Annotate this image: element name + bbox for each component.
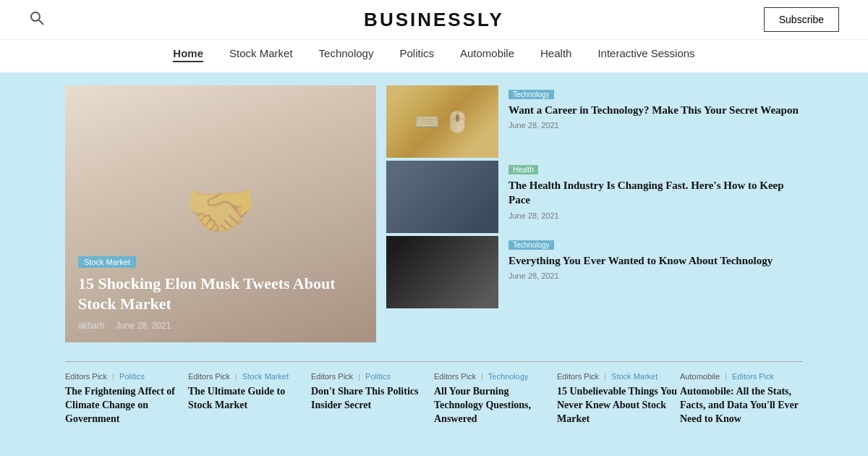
bottom-card-label2-0: Politics <box>119 372 145 381</box>
bottom-card-meta-0: Editors Pick | Politics <box>65 372 188 381</box>
nav-item-stock-market[interactable]: Stock Market <box>229 47 293 62</box>
svg-line-1 <box>39 20 43 25</box>
hero-date: June 28, 2021 <box>116 321 171 331</box>
bottom-card-label2-1: Stock Market <box>242 372 289 381</box>
bottom-card-3[interactable]: Editors Pick | Technology All Your Burni… <box>434 372 557 426</box>
bottom-card-title-3: All Your Burning Technology Questions, A… <box>434 385 557 426</box>
nav-item-politics[interactable]: Politics <box>399 47 434 62</box>
bottom-card-label1-0: Editors Pick <box>65 372 107 381</box>
hero-tag: Stock Market <box>78 256 136 268</box>
side-card-image-2 <box>386 236 498 308</box>
side-card-date-1: June 28, 2021 <box>509 211 803 220</box>
bottom-card-title-0: The Frightening Affect of Climate Change… <box>65 385 188 426</box>
bottom-row: Editors Pick | Politics The Frightening … <box>0 372 868 441</box>
bottom-card-label1-1: Editors Pick <box>188 372 230 381</box>
bottom-card-title-1: The Ultimate Guide to Stock Market <box>188 385 311 413</box>
bottom-card-meta-1: Editors Pick | Stock Market <box>188 372 311 381</box>
bottom-card-meta-3: Editors Pick | Technology <box>434 372 557 381</box>
section-divider <box>65 361 803 362</box>
side-card-image-1 <box>386 161 498 233</box>
bottom-card-label2-2: Politics <box>365 372 391 381</box>
bottom-card-label2-3: Technology <box>488 372 529 381</box>
bottom-card-0[interactable]: Editors Pick | Politics The Frightening … <box>65 372 188 426</box>
side-card-tag-2: Technology <box>509 240 554 250</box>
nav-item-interactive-sessions[interactable]: Interactive Sessions <box>597 47 694 62</box>
side-card-tag-0: Technology <box>509 90 554 99</box>
side-card-tag-1: Health <box>509 165 538 174</box>
header: BUSINESSLY Subscribe <box>0 0 868 39</box>
search-icon[interactable] <box>29 10 45 30</box>
hero-card[interactable]: Stock Market 15 Shocking Elon Musk Tweet… <box>65 85 376 342</box>
bottom-card-2[interactable]: Editors Pick | Politics Don't Share This… <box>311 372 434 426</box>
nav-item-health[interactable]: Health <box>540 47 571 62</box>
side-card-1[interactable]: Health The Health Industry Is Changing F… <box>386 161 803 233</box>
side-card-body-1: Health The Health Industry Is Changing F… <box>509 161 803 220</box>
bottom-card-label1-4: Editors Pick <box>557 372 599 381</box>
bottom-card-title-2: Don't Share This Politics Insider Secret <box>311 385 434 413</box>
bottom-card-label1-3: Editors Pick <box>434 372 476 381</box>
bottom-card-meta-5: Automobile | Editors Pick <box>680 372 803 381</box>
bottom-card-label1-5: Automobile <box>680 372 720 381</box>
bottom-card-label2-4: Stock Market <box>611 372 658 381</box>
bottom-card-label1-2: Editors Pick <box>311 372 353 381</box>
side-cards: Technology Want a Career in Technology? … <box>386 85 803 311</box>
bottom-card-5[interactable]: Automobile | Editors Pick Automobile: Al… <box>680 372 803 426</box>
side-card-title-1: The Health Industry Is Changing Fast. He… <box>509 178 803 208</box>
bottom-card-meta-2: Editors Pick | Politics <box>311 372 434 381</box>
svg-point-0 <box>31 12 40 21</box>
bottom-card-meta-4: Editors Pick | Stock Market <box>557 372 680 381</box>
site-logo: BUSINESSLY <box>364 9 504 31</box>
side-card-date-0: June 28, 2021 <box>509 121 803 130</box>
bottom-card-title-4: 15 Unbelievable Things You Never Knew Ab… <box>557 385 680 426</box>
subscribe-button[interactable]: Subscribe <box>764 7 839 32</box>
side-card-title-0: Want a Career in Technology? Make This Y… <box>509 103 803 117</box>
bottom-card-1[interactable]: Editors Pick | Stock Market The Ultimate… <box>188 372 311 426</box>
nav-item-automobile[interactable]: Automobile <box>460 47 514 62</box>
side-card-body-2: Technology Everything You Ever Wanted to… <box>509 236 803 280</box>
side-card-0[interactable]: Technology Want a Career in Technology? … <box>386 85 803 158</box>
main-content: Stock Market 15 Shocking Elon Musk Tweet… <box>0 72 868 355</box>
hero-meta: akbarh June 28, 2021 <box>78 321 363 331</box>
nav-item-home[interactable]: Home <box>173 47 203 62</box>
side-card-body-0: Technology Want a Career in Technology? … <box>509 85 803 130</box>
bottom-card-title-5: Automobile: All the Stats, Facts, and Da… <box>680 385 803 426</box>
hero-title: 15 Shocking Elon Musk Tweets About Stock… <box>78 274 363 315</box>
side-card-2[interactable]: Technology Everything You Ever Wanted to… <box>386 236 803 308</box>
main-nav: Home Stock Market Technology Politics Au… <box>0 39 868 72</box>
nav-item-technology[interactable]: Technology <box>319 47 374 62</box>
bottom-card-4[interactable]: Editors Pick | Stock Market 15 Unbelieva… <box>557 372 680 426</box>
side-card-image-0 <box>386 85 498 158</box>
side-card-date-2: June 28, 2021 <box>509 271 803 280</box>
bottom-card-label2-5: Editors Pick <box>732 372 774 381</box>
side-card-title-2: Everything You Ever Wanted to Know About… <box>509 253 803 268</box>
hero-author: akbarh <box>78 321 105 331</box>
